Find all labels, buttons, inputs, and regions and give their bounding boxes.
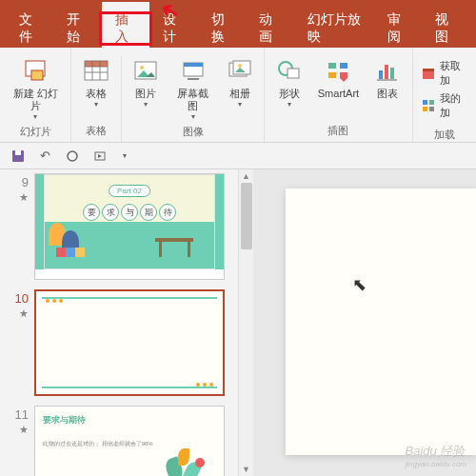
thumbnail-number: 11★ [8,406,29,476]
smartart-icon [323,55,353,86]
addins-icon [421,98,436,113]
svg-rect-7 [85,61,108,67]
slide11-plant-art [159,441,216,476]
pictures-label: 图片 [135,88,156,100]
new-slide-button[interactable]: 新建 幻灯片 ▾ [4,53,67,123]
ribbon-group-tables: 表格 ▾ 表格 [71,48,122,142]
shapes-icon [274,55,305,86]
svg-marker-24 [340,72,347,82]
ribbon-group-illustrations: 形状 ▾ SmartArt 图表 插图 [265,48,413,142]
group-label-illustrations: 插图 [268,122,408,140]
thumbnails-scrollbar[interactable]: ▲ ▼ [238,169,253,476]
tab-insert[interactable]: 插入 [102,2,149,55]
new-slide-icon [20,55,50,86]
ribbon-group-slides: 新建 幻灯片 ▾ 幻灯片 [0,48,71,142]
svg-rect-26 [385,65,388,79]
svg-rect-14 [188,78,199,80]
my-addins-label: 我的加 [440,91,468,120]
pictures-button[interactable]: 图片 ▾ [126,53,166,110]
current-slide[interactable]: ⬉ [286,188,476,455]
slide-thumbnails-panel: 9★ Part 02 要 求 与 期 待 [0,169,238,476]
thumbnail-11-row: 11★ 要求与期待 此物的过去还是对的； 相信老师就会了90% [8,406,230,476]
chevron-down-icon: ▾ [144,100,148,109]
scroll-down-icon[interactable]: ▼ [242,465,250,474]
svg-rect-33 [423,107,427,111]
svg-rect-29 [423,70,434,79]
table-label: 表格 [86,88,107,100]
get-addins-button[interactable]: 获取加 [421,59,468,88]
redo-button[interactable] [62,148,83,165]
svg-point-37 [68,151,77,161]
new-slide-label: 新建 幻灯片 [10,88,61,112]
chevron-down-icon: ▾ [288,100,291,109]
thumbnail-10[interactable] [34,289,225,396]
quick-access-toolbar: ↶ ▾ [0,143,476,169]
ribbon-group-addins: 获取加 我的加 加载 [413,48,476,142]
chart-button[interactable]: 图表 [367,53,408,102]
photo-album-label: 相册 [229,88,250,100]
qat-customize-button[interactable]: ▾ [119,149,130,162]
screenshot-button[interactable]: 屏幕截图 ▾ [168,53,217,123]
slide11-title: 要求与期待 [43,414,216,426]
thumbnail-11[interactable]: 要求与期待 此物的过去还是对的； 相信老师就会了90% [34,406,225,476]
store-icon [421,66,436,81]
undo-button[interactable]: ↶ [36,147,54,165]
save-button[interactable] [8,148,29,165]
svg-rect-30 [423,69,434,71]
svg-rect-21 [328,63,336,69]
svg-rect-32 [429,100,434,105]
screenshot-label: 屏幕截图 [173,88,211,112]
group-label-images: 图像 [126,123,259,141]
slide-canvas-area: ⬉ [253,169,476,476]
svg-rect-36 [15,150,21,155]
watermark: Baidu 经验 jingyan.baidu.com [406,443,466,468]
animation-star-icon: ★ [19,191,29,203]
svg-rect-25 [379,70,383,79]
photo-album-icon [225,55,255,86]
scrollbar-thumb[interactable] [241,183,252,249]
smartart-button[interactable]: SmartArt [312,53,365,102]
ribbon-group-images: 图片 ▾ 屏幕截图 ▾ 相册 ▾ 图像 [122,48,264,142]
svg-rect-13 [184,63,203,67]
ribbon: 新建 幻灯片 ▾ 幻灯片 表格 ▾ 表格 图片 ▾ [0,48,476,143]
thumbnail-9[interactable]: Part 02 要 求 与 期 待 [34,173,225,280]
photo-album-button[interactable]: 相册 ▾ [220,53,260,110]
slide9-desk-art [155,228,203,257]
thumbnail-9-row: 9★ Part 02 要 求 与 期 待 [8,173,230,280]
shapes-button[interactable]: 形状 ▾ [268,53,310,110]
chevron-down-icon: ▾ [238,100,242,109]
slide9-title: 要 求 与 期 待 [83,204,176,221]
svg-rect-22 [340,63,347,69]
chevron-down-icon: ▾ [33,112,37,121]
chevron-down-icon: ▾ [94,100,98,109]
svg-rect-34 [429,107,434,111]
start-from-beginning-button[interactable] [90,148,111,165]
chevron-down-icon: ▾ [191,112,195,121]
group-label-tables: 表格 [75,122,117,140]
screenshot-icon [178,55,208,86]
slide9-part-badge: Part 02 [109,185,150,197]
svg-point-17 [238,64,242,68]
smartart-label: SmartArt [318,88,359,100]
shapes-label: 形状 [279,88,300,100]
table-button[interactable]: 表格 ▾ [75,53,117,110]
my-addins-button[interactable]: 我的加 [421,91,468,120]
svg-rect-20 [288,69,299,78]
thumbnail-10-row: 10★ [8,289,230,396]
cursor-icon: ⬉ [352,274,367,295]
chart-label: 图表 [377,88,398,100]
svg-rect-23 [328,72,336,78]
thumbnail-number: 10★ [8,289,29,396]
table-icon [81,55,111,86]
animation-star-icon: ★ [19,424,29,435]
svg-marker-39 [98,154,102,158]
pictures-icon [130,55,161,86]
svg-rect-31 [423,100,427,105]
thumbnail-number: 9★ [8,173,29,280]
svg-point-9 [140,66,144,69]
group-label-addins: 加载 [417,126,472,144]
ribbon-tabs: 文件 开始 插入 设计 切换 动画 幻灯片放映 审阅 视图 [0,10,476,48]
scroll-up-icon[interactable]: ▲ [242,171,250,181]
svg-rect-27 [390,68,394,79]
workspace: 9★ Part 02 要 求 与 期 待 [0,169,476,476]
